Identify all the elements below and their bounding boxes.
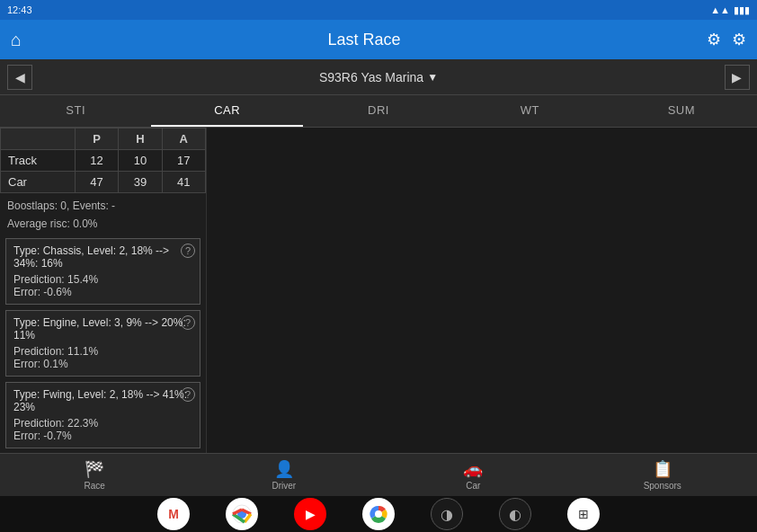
app-bar-icons: ⚙ ⚙ [707, 30, 746, 49]
settings-icon-2[interactable]: ⚙ [732, 30, 746, 49]
settings-icon-1[interactable]: ⚙ [707, 30, 721, 49]
status-icons: ▲▲ ▮▮▮ [710, 4, 750, 16]
car-icon: 🚗 [463, 459, 483, 479]
nav-sponsors[interactable]: 📋 Sponsors [568, 454, 758, 496]
col-header-p: P [75, 129, 118, 150]
status-bar: 12:43 ▲▲ ▮▮▮ [0, 0, 757, 20]
main-content: P H A Track 12 10 17 Car 47 39 41 [0, 128, 757, 453]
wifi-icon: ▲▲ [710, 4, 730, 15]
bottom-nav: 🏁 Race 👤 Driver 🚗 Car 📋 Sponsors [0, 453, 757, 496]
race-icon: 🏁 [85, 459, 104, 479]
next-race-button[interactable]: ▶ [725, 65, 750, 90]
average-risc-info: Average risc: 0.0% [0, 215, 206, 233]
app-bar: ⌂ Last Race ⚙ ⚙ [0, 20, 757, 59]
chassis-help-icon[interactable]: ? [181, 244, 195, 258]
nav-race-label: Race [85, 481, 105, 491]
row-car-h: 39 [119, 172, 162, 193]
app2-button[interactable]: ◐ [499, 498, 531, 530]
engine-header: Type: Engine, Level: 3, 9% --> 20%: 11% [13, 316, 192, 341]
youtube-app-button[interactable]: ▶ [294, 498, 326, 530]
chrome-app-button[interactable] [226, 498, 258, 530]
stats-table: P H A Track 12 10 17 Car 47 39 41 [0, 128, 206, 193]
prev-arrow-icon: ◀ [15, 70, 25, 84]
dropdown-icon: ▼ [427, 71, 438, 84]
chassis-error: Error: -0.6% [13, 286, 192, 298]
upgrade-engine: Type: Engine, Level: 3, 9% --> 20%: 11% … [5, 310, 200, 377]
col-header-a: A [162, 129, 205, 150]
nav-row: ◀ S93R6 Yas Marina ▼ ▶ [0, 59, 757, 95]
tab-dri[interactable]: DRI [303, 95, 454, 127]
row-car-name: Car [1, 172, 76, 193]
tab-sti[interactable]: STI [0, 95, 151, 127]
row-car-a: 41 [162, 172, 205, 193]
tab-car[interactable]: CAR [151, 95, 302, 127]
row-track-name: Track [1, 150, 76, 172]
photos-app-button[interactable] [362, 498, 395, 530]
col-header-h: H [119, 129, 162, 150]
fwing-error: Error: -0.7% [13, 430, 192, 442]
row-track-a: 17 [162, 150, 205, 172]
right-panel [207, 128, 757, 453]
fwing-header: Type: Fwing, Level: 2, 18% --> 41%: 23% [13, 388, 192, 413]
app-grid-button[interactable]: ⊞ [567, 498, 600, 530]
battery-icon: ▮▮▮ [734, 4, 750, 16]
table-row: Car 47 39 41 [1, 172, 206, 193]
engine-error: Error: 0.1% [13, 358, 192, 370]
driver-icon: 👤 [274, 459, 294, 479]
tab-sum[interactable]: SUM [606, 95, 757, 127]
upgrade-chassis: Type: Chassis, Level: 2, 18% --> 34%: 16… [5, 238, 200, 305]
col-header-name [1, 129, 76, 150]
track-name: S93R6 Yas Marina [319, 70, 423, 84]
fwing-help-icon[interactable]: ? [181, 387, 195, 402]
row-track-h: 10 [119, 150, 162, 172]
boostlaps-info: Boostlaps: 0, Events: - [0, 197, 206, 215]
android-nav-bar: M ▶ ◑ ◐ ⊞ [0, 496, 757, 532]
fwing-prediction: Prediction: 22.3% [13, 417, 192, 430]
next-arrow-icon: ▶ [732, 70, 742, 84]
sponsors-icon: 📋 [653, 459, 672, 479]
chassis-prediction: Prediction: 15.4% [13, 273, 192, 286]
nav-race[interactable]: 🏁 Race [0, 454, 190, 496]
svg-point-2 [375, 510, 382, 518]
tab-wt[interactable]: WT [454, 95, 605, 127]
nav-driver[interactable]: 👤 Driver [190, 454, 379, 496]
nav-driver-label: Driver [272, 481, 296, 491]
chassis-header: Type: Chassis, Level: 2, 18% --> 34%: 16… [13, 244, 192, 270]
time-display: 12:43 [7, 4, 32, 15]
row-track-p: 12 [75, 150, 118, 172]
tab-bar: STI CAR DRI WT SUM [0, 95, 757, 128]
upgrade-fwing: Type: Fwing, Level: 2, 18% --> 41%: 23% … [5, 382, 200, 448]
app-title: Last Race [328, 31, 401, 49]
track-selector[interactable]: S93R6 Yas Marina ▼ [319, 70, 438, 84]
nav-car[interactable]: 🚗 Car [378, 454, 568, 496]
nav-car-label: Car [466, 481, 480, 491]
gmail-app-button[interactable]: M [157, 498, 190, 530]
table-row: Track 12 10 17 [1, 150, 206, 172]
left-panel: P H A Track 12 10 17 Car 47 39 41 [0, 128, 207, 453]
home-button[interactable]: ⌂ [11, 30, 22, 50]
prev-race-button[interactable]: ◀ [7, 65, 32, 90]
engine-help-icon[interactable]: ? [181, 315, 195, 330]
engine-prediction: Prediction: 11.1% [13, 345, 192, 358]
nav-sponsors-label: Sponsors [644, 481, 681, 491]
app1-button[interactable]: ◑ [431, 498, 463, 530]
row-car-p: 47 [75, 172, 118, 193]
